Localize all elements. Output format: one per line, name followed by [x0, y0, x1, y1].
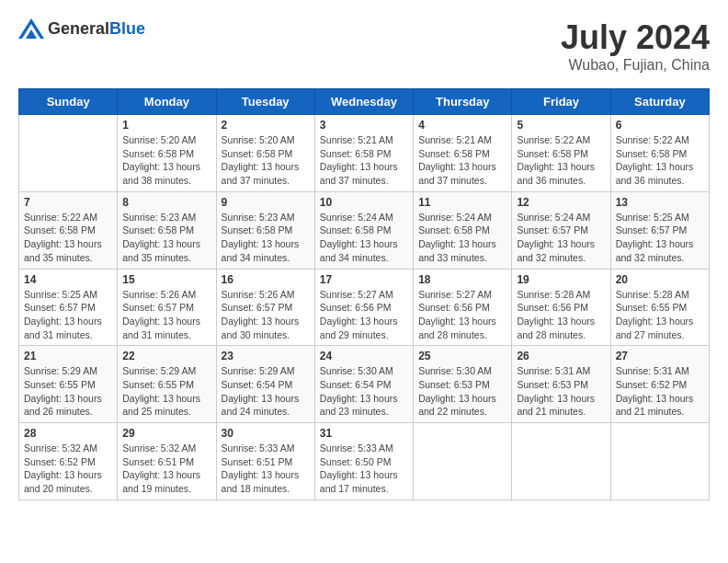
day-number: 23	[222, 350, 310, 362]
calendar-table: SundayMondayTuesdayWednesdayThursdayFrid…	[18, 88, 710, 500]
day-info: Sunrise: 5:24 AM Sunset: 6:57 PM Dayligh…	[517, 211, 605, 265]
day-number: 10	[320, 196, 408, 209]
calendar-cell: 25Sunrise: 5:30 AM Sunset: 6:53 PM Dayli…	[414, 346, 512, 423]
calendar-cell: 10Sunrise: 5:24 AM Sunset: 6:58 PM Dayli…	[314, 191, 413, 269]
calendar-cell	[414, 423, 512, 500]
day-info: Sunrise: 5:27 AM Sunset: 6:56 PM Dayligh…	[418, 288, 506, 342]
day-number: 25	[418, 350, 506, 362]
calendar-cell: 3Sunrise: 5:21 AM Sunset: 6:58 PM Daylig…	[314, 115, 413, 192]
day-number: 29	[122, 427, 210, 440]
day-number: 15	[122, 273, 210, 286]
weekday-header-thursday: Thursday	[414, 89, 512, 115]
day-number: 21	[24, 350, 112, 362]
weekday-header-sunday: Sunday	[19, 89, 118, 115]
calendar-cell: 6Sunrise: 5:22 AM Sunset: 6:58 PM Daylig…	[610, 115, 709, 192]
day-number: 22	[122, 350, 210, 362]
day-info: Sunrise: 5:31 AM Sunset: 6:52 PM Dayligh…	[616, 364, 704, 419]
day-number: 4	[418, 119, 506, 132]
day-info: Sunrise: 5:29 AM Sunset: 6:54 PM Dayligh…	[222, 364, 310, 419]
day-info: Sunrise: 5:26 AM Sunset: 6:57 PM Dayligh…	[122, 288, 210, 342]
day-info: Sunrise: 5:21 AM Sunset: 6:58 PM Dayligh…	[418, 133, 506, 188]
calendar-cell	[19, 115, 118, 192]
calendar-week-row: 21Sunrise: 5:29 AM Sunset: 6:55 PM Dayli…	[19, 346, 710, 423]
day-number: 18	[418, 273, 506, 286]
calendar-cell: 14Sunrise: 5:25 AM Sunset: 6:57 PM Dayli…	[19, 269, 118, 346]
calendar-cell: 2Sunrise: 5:20 AM Sunset: 6:58 PM Daylig…	[216, 115, 314, 192]
day-info: Sunrise: 5:25 AM Sunset: 6:57 PM Dayligh…	[616, 211, 704, 265]
calendar-cell: 4Sunrise: 5:21 AM Sunset: 6:58 PM Daylig…	[414, 115, 512, 192]
logo-general: General	[48, 19, 109, 38]
day-info: Sunrise: 5:28 AM Sunset: 6:55 PM Dayligh…	[616, 288, 704, 342]
calendar-cell: 1Sunrise: 5:20 AM Sunset: 6:58 PM Daylig…	[118, 115, 216, 192]
logo-blue: Blue	[109, 19, 145, 38]
day-info: Sunrise: 5:20 AM Sunset: 6:58 PM Dayligh…	[122, 133, 210, 188]
day-number: 3	[320, 119, 408, 132]
calendar-cell: 19Sunrise: 5:28 AM Sunset: 6:56 PM Dayli…	[512, 269, 610, 346]
weekday-header-wednesday: Wednesday	[314, 89, 413, 115]
day-info: Sunrise: 5:31 AM Sunset: 6:53 PM Dayligh…	[517, 364, 605, 419]
day-info: Sunrise: 5:21 AM Sunset: 6:58 PM Dayligh…	[320, 133, 408, 188]
day-number: 31	[320, 427, 408, 440]
day-info: Sunrise: 5:32 AM Sunset: 6:52 PM Dayligh…	[24, 442, 112, 496]
day-info: Sunrise: 5:29 AM Sunset: 6:55 PM Dayligh…	[24, 364, 112, 419]
day-number: 14	[24, 273, 112, 286]
day-number: 27	[616, 350, 704, 362]
day-info: Sunrise: 5:20 AM Sunset: 6:58 PM Dayligh…	[222, 133, 310, 188]
calendar-cell: 11Sunrise: 5:24 AM Sunset: 6:58 PM Dayli…	[414, 191, 512, 269]
calendar-cell: 29Sunrise: 5:32 AM Sunset: 6:51 PM Dayli…	[118, 423, 216, 500]
day-info: Sunrise: 5:27 AM Sunset: 6:56 PM Dayligh…	[320, 288, 408, 342]
day-number: 16	[222, 273, 310, 286]
calendar-cell: 21Sunrise: 5:29 AM Sunset: 6:55 PM Dayli…	[19, 346, 118, 423]
day-info: Sunrise: 5:22 AM Sunset: 6:58 PM Dayligh…	[616, 133, 704, 188]
day-number: 20	[616, 273, 704, 286]
day-info: Sunrise: 5:29 AM Sunset: 6:55 PM Dayligh…	[122, 364, 210, 419]
day-info: Sunrise: 5:23 AM Sunset: 6:58 PM Dayligh…	[222, 211, 310, 265]
weekday-header-monday: Monday	[118, 89, 216, 115]
page-header: GeneralBlue July 2024 Wubao, Fujian, Chi…	[18, 18, 710, 74]
day-number: 5	[517, 119, 605, 132]
calendar-cell: 7Sunrise: 5:22 AM Sunset: 6:58 PM Daylig…	[19, 191, 118, 269]
weekday-header-saturday: Saturday	[610, 89, 709, 115]
day-number: 1	[122, 119, 210, 132]
day-number: 8	[122, 196, 210, 209]
calendar-cell: 15Sunrise: 5:26 AM Sunset: 6:57 PM Dayli…	[118, 269, 216, 346]
day-number: 28	[24, 427, 112, 440]
day-number: 12	[517, 196, 605, 209]
day-info: Sunrise: 5:24 AM Sunset: 6:58 PM Dayligh…	[418, 211, 506, 265]
day-number: 13	[616, 196, 704, 209]
day-number: 7	[24, 196, 112, 209]
title-block: July 2024 Wubao, Fujian, China	[561, 18, 710, 74]
day-info: Sunrise: 5:25 AM Sunset: 6:57 PM Dayligh…	[24, 288, 112, 342]
day-info: Sunrise: 5:22 AM Sunset: 6:58 PM Dayligh…	[24, 211, 112, 265]
calendar-week-row: 14Sunrise: 5:25 AM Sunset: 6:57 PM Dayli…	[19, 269, 710, 346]
day-number: 6	[616, 119, 704, 132]
day-info: Sunrise: 5:30 AM Sunset: 6:53 PM Dayligh…	[418, 364, 506, 419]
day-info: Sunrise: 5:33 AM Sunset: 6:51 PM Dayligh…	[222, 442, 310, 496]
day-number: 11	[418, 196, 506, 209]
calendar-cell: 16Sunrise: 5:26 AM Sunset: 6:57 PM Dayli…	[216, 269, 314, 346]
day-info: Sunrise: 5:22 AM Sunset: 6:58 PM Dayligh…	[517, 133, 605, 188]
weekday-header-row: SundayMondayTuesdayWednesdayThursdayFrid…	[19, 89, 710, 115]
calendar-cell: 5Sunrise: 5:22 AM Sunset: 6:58 PM Daylig…	[512, 115, 610, 192]
calendar-week-row: 1Sunrise: 5:20 AM Sunset: 6:58 PM Daylig…	[19, 115, 710, 192]
day-info: Sunrise: 5:24 AM Sunset: 6:58 PM Dayligh…	[320, 211, 408, 265]
day-info: Sunrise: 5:33 AM Sunset: 6:50 PM Dayligh…	[320, 442, 408, 496]
calendar-week-row: 7Sunrise: 5:22 AM Sunset: 6:58 PM Daylig…	[19, 191, 710, 269]
day-number: 30	[222, 427, 310, 440]
calendar-cell: 30Sunrise: 5:33 AM Sunset: 6:51 PM Dayli…	[216, 423, 314, 500]
day-number: 24	[320, 350, 408, 362]
calendar-week-row: 28Sunrise: 5:32 AM Sunset: 6:52 PM Dayli…	[19, 423, 710, 500]
calendar-cell: 22Sunrise: 5:29 AM Sunset: 6:55 PM Dayli…	[118, 346, 216, 423]
day-info: Sunrise: 5:30 AM Sunset: 6:54 PM Dayligh…	[320, 364, 408, 419]
day-number: 19	[517, 273, 605, 286]
calendar-cell: 8Sunrise: 5:23 AM Sunset: 6:58 PM Daylig…	[118, 191, 216, 269]
calendar-cell: 13Sunrise: 5:25 AM Sunset: 6:57 PM Dayli…	[610, 191, 709, 269]
calendar-cell: 28Sunrise: 5:32 AM Sunset: 6:52 PM Dayli…	[19, 423, 118, 500]
calendar-cell: 24Sunrise: 5:30 AM Sunset: 6:54 PM Dayli…	[314, 346, 413, 423]
logo: GeneralBlue	[18, 18, 145, 39]
month-year-title: July 2024	[561, 18, 710, 57]
day-number: 26	[517, 350, 605, 362]
weekday-header-friday: Friday	[512, 89, 610, 115]
calendar-cell	[610, 423, 709, 500]
calendar-cell	[512, 423, 610, 500]
